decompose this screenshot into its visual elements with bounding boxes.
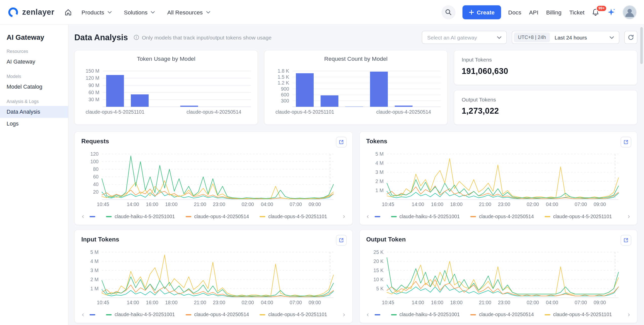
chevron-down-icon bbox=[610, 36, 614, 39]
legend-item-claude-opus-4-20250514[interactable]: claude-opus-4-20250514 bbox=[470, 312, 534, 317]
legend-items: claude-haiku-4-5-20251001claude-opus-4-2… bbox=[374, 312, 622, 317]
svg-text:23:00: 23:00 bbox=[213, 300, 225, 305]
svg-text:21:00: 21:00 bbox=[194, 300, 206, 305]
chart-title: Input Tokens bbox=[81, 236, 119, 243]
notifications-button[interactable]: 99+ bbox=[591, 8, 599, 16]
legend-next-button[interactable]: › bbox=[626, 213, 631, 220]
sidebar-section-label-analysis-logs: Analysis & Logs bbox=[0, 93, 68, 106]
legend-item-claude-haiku-4-5-20251001[interactable]: claude-haiku-4-5-20251001 bbox=[391, 214, 460, 219]
legend-item-claude-haiku-4-5-20251001[interactable]: claude-haiku-4-5-20251001 bbox=[106, 214, 175, 219]
legend-prev-button[interactable]: ‹ bbox=[80, 311, 85, 318]
legend-item-claude-opus-4-5-20251101[interactable]: claude-opus-4-5-20251101 bbox=[545, 214, 612, 219]
create-button-label: Create bbox=[477, 9, 495, 15]
chart-legend: ‹ claude-haiku-4-5-20251001claude-opus-4… bbox=[80, 212, 347, 221]
topnav-links: DocsAPIBillingTicket bbox=[508, 9, 585, 15]
legend-item-claude-opus-4-20250514[interactable]: claude-opus-4-20250514 bbox=[186, 312, 249, 317]
stat-value: 1,273,022 bbox=[462, 106, 630, 116]
nav-menu-label: All Resources bbox=[167, 9, 203, 15]
stat-label: Output Tokens bbox=[462, 96, 630, 103]
legend-label: claude-opus-4-20250514 bbox=[194, 312, 249, 317]
legend-label: claude-opus-4-5-20251101 bbox=[553, 214, 612, 219]
legend-prev-button[interactable]: ‹ bbox=[365, 311, 370, 318]
svg-text:120: 120 bbox=[90, 151, 99, 157]
header-controls: Select an AI gateway UTC+8 | 24h Last 24… bbox=[422, 31, 637, 44]
time-range-control[interactable]: UTC+8 | 24h Last 24 hours bbox=[512, 31, 619, 44]
legend-color-dash bbox=[186, 314, 191, 315]
svg-text:18:00: 18:00 bbox=[450, 201, 462, 207]
legend-item-claude-opus-4-5-20251101[interactable]: claude-opus-4-5-20251101 bbox=[545, 312, 612, 317]
chevron-down-icon bbox=[206, 11, 210, 13]
sidebar-item-model-catalog[interactable]: Model Catalog bbox=[0, 81, 68, 93]
svg-text:10:45: 10:45 bbox=[97, 201, 109, 207]
sidebar-item-logs[interactable]: Logs bbox=[0, 118, 68, 130]
svg-text:claude-opus-4-20250514: claude-opus-4-20250514 bbox=[376, 109, 431, 115]
refresh-button[interactable] bbox=[624, 31, 637, 44]
svg-text:4 M: 4 M bbox=[90, 258, 98, 264]
svg-text:2 M: 2 M bbox=[90, 277, 98, 282]
legend-item[interactable] bbox=[90, 216, 95, 217]
legend-next-button[interactable]: › bbox=[626, 311, 631, 318]
request-count-chart: 3006009001.2 K1.5 K1.8 Kclaude-opus-4-5-… bbox=[265, 51, 447, 125]
svg-text:14:00: 14:00 bbox=[127, 300, 139, 305]
line-charts-row-1: Requests 2040608010012010:4514:0016:0018… bbox=[74, 131, 637, 225]
legend-color-dash bbox=[545, 216, 550, 217]
legend-next-button[interactable]: › bbox=[341, 311, 346, 318]
svg-text:23:00: 23:00 bbox=[213, 201, 225, 207]
legend-prev-button[interactable]: ‹ bbox=[365, 213, 370, 220]
svg-text:1.8 K: 1.8 K bbox=[278, 68, 289, 74]
chart-legend: ‹ claude-haiku-4-5-20251001claude-opus-4… bbox=[365, 310, 631, 319]
plus-icon bbox=[469, 10, 474, 14]
usage-notice-text: Only models that track input/output toke… bbox=[142, 34, 271, 40]
svg-text:09:00: 09:00 bbox=[593, 300, 606, 305]
legend-next-button[interactable]: › bbox=[341, 213, 346, 220]
nav-link-docs[interactable]: Docs bbox=[508, 9, 521, 15]
assistant-button[interactable] bbox=[607, 8, 616, 17]
create-button[interactable]: Create bbox=[462, 5, 501, 19]
legend-item-claude-opus-4-5-20251101[interactable]: claude-opus-4-5-20251101 bbox=[260, 312, 327, 317]
legend-item[interactable] bbox=[90, 314, 95, 315]
gateway-select[interactable]: Select an AI gateway bbox=[422, 31, 507, 44]
svg-text:18:00: 18:00 bbox=[450, 300, 462, 305]
user-avatar[interactable] bbox=[623, 5, 637, 19]
legend-item[interactable] bbox=[374, 314, 380, 315]
nav-menu-solutions[interactable]: Solutions bbox=[124, 9, 155, 15]
svg-text:120 M: 120 M bbox=[86, 75, 99, 81]
legend-item-claude-opus-4-5-20251101[interactable]: claude-opus-4-5-20251101 bbox=[260, 214, 327, 219]
nav-menu-all-resources[interactable]: All Resources bbox=[167, 9, 210, 15]
zenlayer-logo[interactable]: zenlayer bbox=[7, 6, 54, 18]
sidebar-item-ai-gateway[interactable]: AI Gateway bbox=[0, 56, 68, 68]
svg-text:16:00: 16:00 bbox=[431, 300, 443, 305]
svg-text:10 K: 10 K bbox=[373, 277, 384, 282]
legend-label: claude-haiku-4-5-20251001 bbox=[399, 312, 460, 317]
svg-text:1.2 K: 1.2 K bbox=[278, 80, 289, 86]
legend-color-dash bbox=[470, 314, 476, 315]
svg-text:14:00: 14:00 bbox=[127, 201, 139, 207]
scrollbar-thumb[interactable] bbox=[640, 27, 643, 64]
legend-color-dash bbox=[186, 216, 191, 217]
legend-item[interactable] bbox=[374, 216, 380, 217]
legend-color-dash bbox=[260, 314, 266, 315]
legend-label: claude-opus-4-5-20251101 bbox=[553, 312, 612, 317]
legend-item-claude-haiku-4-5-20251001[interactable]: claude-haiku-4-5-20251001 bbox=[391, 312, 460, 317]
svg-text:100: 100 bbox=[90, 159, 99, 164]
search-button[interactable] bbox=[441, 5, 455, 19]
sidebar-item-data-analysis[interactable]: Data Analysis bbox=[0, 106, 68, 118]
svg-text:claude-opus-4-5-20251101: claude-opus-4-5-20251101 bbox=[275, 109, 334, 115]
nav-link-api[interactable]: API bbox=[529, 9, 538, 15]
legend-prev-button[interactable]: ‹ bbox=[80, 213, 85, 220]
home-button[interactable] bbox=[64, 8, 72, 16]
legend-item-claude-opus-4-20250514[interactable]: claude-opus-4-20250514 bbox=[470, 214, 534, 219]
svg-text:02:00: 02:00 bbox=[242, 201, 254, 207]
requests-chart: 2040608010012010:4514:0016:0018:0021:002… bbox=[75, 144, 352, 209]
nav-link-billing[interactable]: Billing bbox=[546, 9, 562, 15]
svg-text:40: 40 bbox=[93, 181, 99, 187]
legend-item-claude-haiku-4-5-20251001[interactable]: claude-haiku-4-5-20251001 bbox=[106, 312, 175, 317]
legend-label: claude-opus-4-5-20251101 bbox=[268, 312, 327, 317]
legend-item-claude-opus-4-20250514[interactable]: claude-opus-4-20250514 bbox=[186, 214, 249, 219]
token-usage-chart: 30 M60 M90 M120 M150 Mclaude-opus-4-5-20… bbox=[75, 51, 257, 125]
screen: zenlayer ProductsSolutionsAll Resources … bbox=[0, 0, 644, 325]
svg-text:23:00: 23:00 bbox=[498, 201, 510, 207]
nav-link-ticket[interactable]: Ticket bbox=[569, 9, 585, 15]
svg-text:02:00: 02:00 bbox=[527, 201, 539, 207]
nav-menu-products[interactable]: Products bbox=[82, 9, 112, 15]
